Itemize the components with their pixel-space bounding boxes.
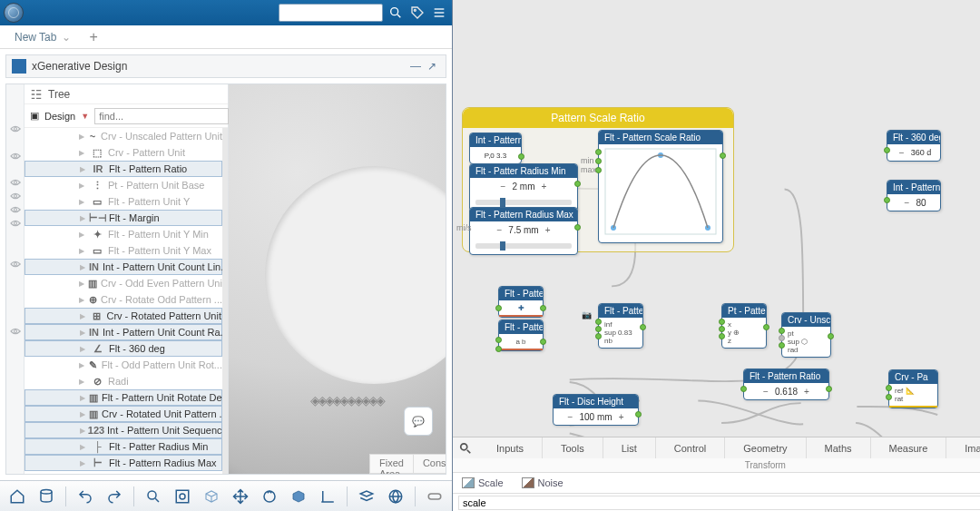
tree-item[interactable]: ▶⊕Crv - Rotate Odd Pattern ... [24,291,222,308]
popout-button[interactable]: ↗ [424,58,440,74]
svg-line-18 [155,498,159,502]
tag-icon[interactable] [408,4,426,22]
node-crv-pa[interactable]: Crv - Pa ref 📐rat [888,369,938,408]
tree-item[interactable]: ▶▭Flt - Pattern Unit Y [24,193,222,210]
tab-label: New Tab [15,31,56,44]
undo-button[interactable] [74,485,97,508]
category-search-icon[interactable] [453,437,478,459]
tab-new[interactable]: New Tab ⌄ [5,27,80,47]
svg-point-6 [14,127,16,130]
render-cube-button[interactable] [287,485,310,508]
rotate-button[interactable] [258,485,281,508]
node-pattern-ratio[interactable]: Flt - Pattern Ratio −0.618+ [743,369,829,400]
category-geometry[interactable]: Geometry [725,437,806,459]
fit-button[interactable] [171,485,194,508]
chevron-down-icon[interactable]: ⌄ [62,31,71,44]
node-360deg[interactable]: Flt - 360 deg −360 d [887,130,941,162]
svg-point-17 [148,491,156,499]
axis-button[interactable] [316,485,339,508]
svg-rect-19 [176,490,189,503]
tool-scale[interactable]: Scale [462,477,504,488]
svg-point-21 [264,491,275,502]
tree-find-input[interactable] [94,108,229,124]
svg-point-0 [391,8,398,15]
tree-item[interactable]: ▶INInt - Pattern Unit Count Ra... [24,324,222,340]
category-images[interactable]: Images [946,437,980,459]
tree-item[interactable]: ▶~Crv - Unscaled Pattern Unit [24,128,222,144]
node-flt-patte-2[interactable]: Flt - Patte a b [498,319,544,351]
node-radius-min[interactable]: Flt - Patter Radius Min −2 mm+ [469,163,578,211]
database-button[interactable] [34,485,58,508]
panel-title: xGenerative Design [32,60,127,73]
node-scale-ratio[interactable]: Flt - Pattern Scale Ratio min max [598,130,723,243]
svg-point-20 [180,494,185,499]
tree-item[interactable]: ▶▥Crv - Rotated Unit Pattern ... [24,406,222,422]
node-int-pattern-ur[interactable]: Int - Pattern Ur −80 [887,180,941,211]
pan-button[interactable] [229,485,252,508]
category-inputs[interactable]: Inputs [478,437,543,459]
tree-item[interactable]: ▶⋮Pt - Pattern Unit Base [24,177,222,193]
tree-item[interactable]: ▶⊞Crv - Rotated Pattern Unit [24,308,222,324]
svg-line-1 [397,15,400,17]
category-measure[interactable]: Measure [871,437,947,459]
tree-tab[interactable]: Tree [24,84,228,104]
svg-point-11 [14,222,16,225]
tree-item[interactable]: ▶123Int - Pattern Unit Sequence [24,422,222,438]
tree-item[interactable]: ▶⊢Flt - Pattern Radius Max [24,455,222,471]
tree-item[interactable]: ▶⬚Crv - Pattern Unit [24,144,222,161]
world-button[interactable] [384,485,407,508]
cube-icon: ▣ [30,110,39,122]
tree-item[interactable]: ▶⊘Radi [24,373,222,389]
svg-point-2 [414,9,416,11]
layers-button[interactable] [355,485,378,508]
group-title: Pattern Scale Ratio [463,108,733,128]
node-flt-patte-1[interactable]: Flt - Patte ✚ [498,286,544,318]
node-int-pattern[interactable]: Int - Pattern P,0 3.3 [469,133,522,164]
redo-button[interactable] [103,485,126,508]
bottom-toolbar [0,480,452,511]
tree-item[interactable]: ▶IRFlt - Pattern Ratio [24,161,222,177]
subtab-fixed-area[interactable]: Fixed Area [370,455,414,473]
pattern-preview: ◈◈◈◈◈◈◈◈◈◈ [310,393,383,408]
new-tab-button[interactable]: + [89,29,97,45]
toggle-button[interactable] [423,485,446,508]
tree-item[interactable]: ▶⊢⊣Flt - Margin [24,210,222,226]
compass-logo[interactable] [4,3,24,23]
node-graph-canvas[interactable]: Pattern Scale Ratio Int - Pattern P,0 3.… [453,0,980,437]
node-disc-height[interactable]: Flt - Disc Height −100 mm+ [553,394,639,426]
chat-button[interactable]: 💬 [404,407,433,436]
category-control[interactable]: Control [656,437,725,459]
panel-icon [12,59,26,74]
tree-item[interactable]: ▶✎Flt - Odd Pattern Unit Rot... [24,357,222,373]
tree-item[interactable]: ▶▭Flt - Pattern Unit Y Max [24,242,222,259]
global-search-input[interactable] [279,4,383,22]
subtab-construct[interactable]: Construct [414,455,446,473]
node-radius-max[interactable]: Flt - Pattern Radius Max −7.5 mm+ [469,207,578,255]
svg-point-28 [461,443,467,449]
node-pt-patter[interactable]: Pt - Patter xy ⊕z [721,303,767,349]
tool-noise[interactable]: Noise [522,477,564,488]
zoom-button[interactable] [142,485,165,508]
category-tools[interactable]: Tools [543,437,603,459]
tree-item[interactable]: ▶INInt - Pattern Unit Count Lin... [24,259,222,275]
node-crv-unsc[interactable]: Crv - Unsc ptsup ⬡rad [781,312,831,358]
design-dropdown[interactable]: ▼ [81,112,89,121]
tree-item[interactable]: ▶∠Flt - 360 deg [24,340,222,357]
menu-icon[interactable] [430,4,448,22]
search-icon[interactable] [387,4,405,22]
minimize-button[interactable]: — [407,58,424,74]
svg-rect-23 [428,494,441,499]
home-button[interactable] [5,485,29,508]
tree-item[interactable]: ▶✦Flt - Pattern Unit Y Min [24,226,222,242]
category-maths[interactable]: Maths [807,437,871,459]
cube-iso-button[interactable] [200,485,223,508]
tree-item[interactable]: ▶▥Crv - Odd Even Pattern Unit [24,275,222,291]
tree-item[interactable]: ▶├Flt - Patter Radius Min [24,438,222,455]
node-flt-patte-3[interactable]: Flt - Patte infsup 0.83nb [598,303,643,349]
tree-item[interactable]: ▶▥Flt - Pattern Unit Rotate Deg [24,389,222,406]
svg-rect-24 [605,149,716,234]
subcategory-label: Transform [453,458,980,473]
node-search-input[interactable] [458,496,980,510]
category-list[interactable]: List [603,437,656,459]
svg-point-8 [14,182,16,184]
